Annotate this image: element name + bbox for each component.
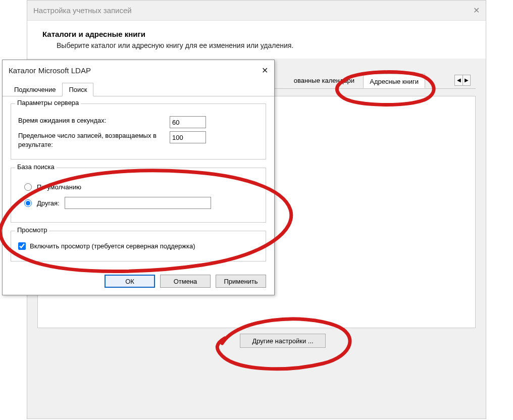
enable-browse-label: Включить просмотр (требуется серверная п… [30, 242, 195, 250]
group-base-title: База поиска [15, 163, 57, 171]
ok-button[interactable]: ОК [105, 275, 155, 288]
parent-heading: Каталоги и адресные книги [42, 30, 471, 38]
tab-search[interactable]: Поиск [62, 83, 93, 96]
maxresults-input[interactable] [170, 131, 206, 143]
parent-subtitle: Выберите каталог или адресную книгу для … [57, 41, 471, 49]
tab-nav-right-icon[interactable]: ▶ [463, 75, 470, 85]
radio-default[interactable] [24, 183, 32, 191]
tab-connection[interactable]: Подключение [8, 83, 62, 96]
ldap-title: Каталог Microsoft LDAP [9, 66, 91, 75]
group-server-params: Параметры сервера Время ожидания в секун… [11, 103, 266, 160]
close-icon[interactable]: ✕ [473, 6, 480, 15]
group-browse-title: Просмотр [15, 226, 49, 234]
group-server-title: Параметры сервера [15, 99, 81, 107]
radio-custom-label: Другая: [37, 199, 60, 207]
custom-base-input[interactable] [65, 197, 211, 209]
parent-header-area: Каталоги и адресные книги Выберите катал… [27, 21, 486, 59]
maxresults-label: Предельное число записей, возвращаемых в… [18, 131, 170, 149]
radio-custom[interactable] [24, 199, 32, 207]
parent-title: Настройка учетных записей [33, 6, 132, 15]
tab-nav-arrows: ◀ ▶ [454, 75, 471, 86]
ldap-titlebar: Каталог Microsoft LDAP ✕ [3, 60, 274, 80]
parent-titlebar: Настройка учетных записей ✕ [27, 1, 486, 21]
ldap-dialog: Каталог Microsoft LDAP ✕ Подключение Пои… [2, 60, 275, 295]
apply-button[interactable]: Применить [216, 275, 266, 288]
enable-browse-checkbox[interactable] [18, 242, 26, 250]
ldap-button-row: ОК Отмена Применить [3, 270, 274, 295]
ldap-body: Параметры сервера Время ожидания в секун… [3, 96, 274, 270]
group-search-base: База поиска По умолчанию Другая: [11, 168, 266, 223]
other-settings-button[interactable]: Другие настройки ... [240, 334, 326, 348]
tab-calendars-fragment[interactable]: ованные календари [294, 77, 354, 84]
tab-nav-left-icon[interactable]: ◀ [455, 75, 463, 85]
radio-default-label: По умолчанию [37, 183, 81, 191]
close-icon[interactable]: ✕ [262, 66, 268, 75]
cancel-button[interactable]: Отмена [160, 275, 211, 288]
group-browse: Просмотр Включить просмотр (требуется се… [11, 231, 266, 261]
tab-address-books[interactable]: Адресные книги [363, 74, 425, 88]
timeout-label: Время ожидания в секундах: [18, 116, 170, 125]
timeout-input[interactable] [170, 116, 206, 128]
ldap-tabs: Подключение Поиск [3, 82, 274, 96]
